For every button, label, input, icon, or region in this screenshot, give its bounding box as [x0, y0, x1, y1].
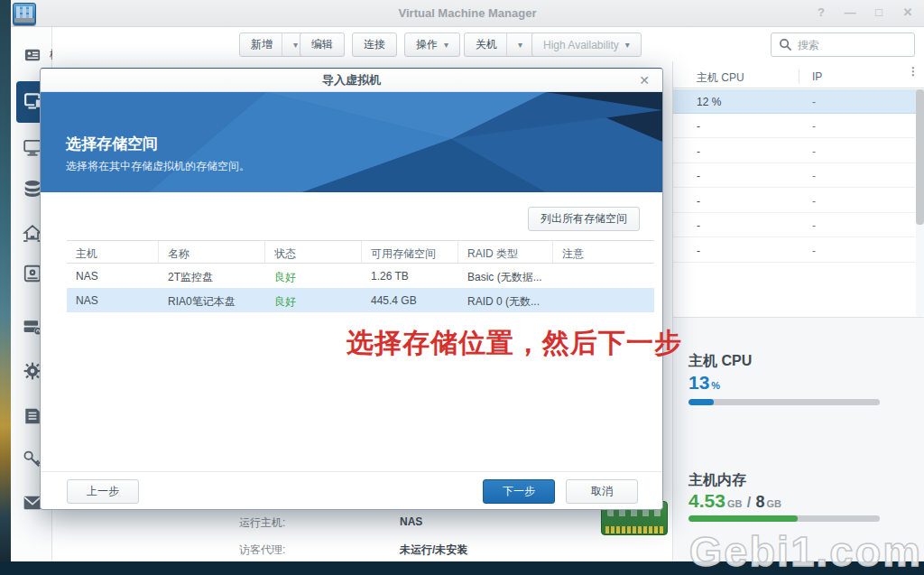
column-divider: [799, 70, 799, 84]
memory-total-number: 8: [756, 493, 765, 511]
action-button[interactable]: 操作 ▾: [404, 32, 460, 57]
host-memory-title: 主机内存: [688, 471, 746, 490]
memory-progress-bar: [688, 515, 880, 522]
vm-ip-cell: -: [812, 245, 816, 257]
cell-free: 445.4 GB: [362, 288, 458, 312]
list-all-storage-button[interactable]: 列出所有存储空间: [528, 207, 640, 231]
banner-heading: 选择存储空间: [66, 134, 158, 154]
watermark: Gebi1.com: [689, 526, 922, 575]
vm-ip-cell: -: [812, 195, 816, 208]
cell-host: NAS: [67, 288, 159, 312]
host-cpu-value: 13%: [688, 372, 720, 394]
add-button-label: 新增: [251, 37, 273, 52]
cell-name: 2T监控盘: [159, 264, 265, 288]
col-raid-type[interactable]: RAID 类型: [458, 241, 553, 263]
cancel-button-label: 取消: [591, 484, 613, 499]
dialog-footer: 上一步 下一步 取消: [41, 471, 662, 509]
cancel-button[interactable]: 取消: [566, 479, 638, 504]
vm-row[interactable]: - -: [673, 114, 915, 138]
vm-cpu-cell: -: [697, 170, 700, 182]
next-button-label: 下一步: [503, 484, 535, 499]
storage-row-ria0-selected[interactable]: NAS RIA0笔记本盘 良好 445.4 GB RAID 0 (无数...: [67, 288, 654, 312]
edit-button[interactable]: 编辑: [300, 32, 345, 57]
window-title: Virtual Machine Manager: [11, 6, 924, 20]
col-note[interactable]: 注意: [553, 241, 654, 263]
running-host-value: NAS: [400, 515, 422, 528]
shutdown-button-label: 关机: [476, 37, 497, 52]
col-free-space[interactable]: 可用存储空间: [362, 241, 458, 263]
scrollbar-thumb[interactable]: [916, 89, 924, 225]
cpu-percent-number: 13: [688, 372, 709, 393]
back-button[interactable]: 上一步: [67, 479, 139, 504]
add-split-divider: [282, 33, 282, 56]
action-caret-icon: ▾: [444, 40, 448, 50]
maximize-button[interactable]: □: [870, 4, 888, 22]
guest-agent-label: 访客代理:: [239, 543, 285, 558]
vm-cpu-cell: -: [697, 245, 700, 257]
col-status[interactable]: 状态: [265, 241, 362, 263]
dialog-banner: 选择存储空间 选择将在其中存储虚拟机的存储空间。: [41, 92, 662, 192]
dialog-close-icon[interactable]: ✕: [635, 71, 653, 89]
column-settings-icon[interactable]: ⋮: [906, 65, 920, 81]
high-availability-label: High Availability: [543, 39, 619, 51]
window-controls: ? — □ ✕: [812, 4, 917, 22]
ram-pins: [605, 526, 663, 533]
back-button-label: 上一步: [87, 484, 119, 499]
storage-table: 主机 名称 状态 可用存储空间 RAID 类型 注意 NAS 2T监控盘 良好 …: [67, 240, 654, 312]
guest-info-panel: 运行主机: NAS 访客代理: 未运行/未安装: [52, 510, 672, 561]
vm-row[interactable]: - -: [673, 189, 915, 213]
cell-free: 1.26 TB: [362, 264, 458, 288]
help-button[interactable]: ?: [812, 4, 830, 22]
vm-table-header-cpu[interactable]: 主机 CPU: [697, 70, 744, 86]
window-titlebar: Virtual Machine Manager ? — □ ✕: [11, 0, 924, 27]
cell-raid: Basic (无数据...: [458, 264, 553, 288]
list-all-storage-label: 列出所有存储空间: [541, 211, 627, 227]
vm-cpu-cell: -: [697, 219, 700, 232]
vm-ip-cell: -: [812, 120, 816, 133]
running-host-label: 运行主机:: [239, 515, 285, 531]
storage-table-header: 主机 名称 状态 可用存储空间 RAID 类型 注意: [67, 240, 654, 264]
search-box[interactable]: [771, 32, 915, 57]
vm-ip-cell: -: [812, 219, 816, 232]
host-memory-value: 4.53GB / 8GB: [688, 490, 781, 512]
shutdown-caret-icon[interactable]: ▾: [513, 40, 527, 50]
guest-agent-value: 未运行/未安装: [400, 543, 467, 558]
cpu-progress-bar: [688, 399, 880, 405]
memory-used-unit: GB: [727, 498, 743, 509]
cell-name: RIA0笔记本盘: [159, 288, 265, 312]
cell-note: [553, 264, 654, 288]
shutdown-button[interactable]: 关机 ▾: [464, 32, 539, 57]
col-host[interactable]: 主机: [67, 241, 159, 263]
next-button[interactable]: 下一步: [483, 479, 555, 504]
vm-row[interactable]: - -: [673, 238, 915, 263]
vm-ip-cell: -: [812, 145, 816, 158]
cell-status: 良好: [265, 264, 362, 288]
host-cpu-title: 主机 CPU: [688, 352, 752, 371]
host-stats-panel: 主机 CPU 13% 主机内存 4.53GB / 8GB: [673, 318, 924, 561]
search-input[interactable]: [798, 39, 897, 51]
vm-ip-cell: -: [812, 170, 816, 182]
vm-table-header-ip[interactable]: IP: [812, 70, 822, 83]
vm-row[interactable]: - -: [673, 163, 915, 188]
vm-row[interactable]: - -: [673, 139, 915, 163]
connect-button[interactable]: 连接: [352, 32, 397, 57]
vm-row[interactable]: - -: [673, 213, 915, 237]
cpu-percent-unit: %: [711, 380, 720, 391]
shutdown-split-divider: [506, 33, 507, 56]
vm-cpu-cell: -: [697, 195, 700, 208]
cell-note: [553, 288, 654, 312]
storage-row-2t[interactable]: NAS 2T监控盘 良好 1.26 TB Basic (无数据...: [67, 264, 654, 288]
minimize-button[interactable]: —: [841, 4, 859, 22]
vm-table-scrollbar[interactable]: [916, 89, 924, 317]
vm-ip-cell: -: [812, 96, 816, 108]
close-window-button[interactable]: ✕: [899, 4, 917, 22]
vm-table-header: 主机 CPU IP: [673, 65, 924, 88]
vm-row-selected[interactable]: 12 % -: [673, 89, 924, 114]
red-annotation-text: 选择存储位置，然后下一步: [346, 325, 682, 362]
import-vm-dialog: 导入虚拟机 ✕ 选择存储空间 选择将在其中存储虚拟机的存储空间。 列出所有存储空…: [40, 68, 663, 510]
screen: Virtual Machine Manager ? — □ ✕ 概述: [0, 0, 924, 575]
high-availability-button[interactable]: High Availability ▾: [531, 32, 642, 57]
toolbar: 新增 ▾ 编辑 连接 操作 ▾ 关机 ▾ High Availability ▾: [52, 27, 924, 61]
overview-icon: [23, 47, 42, 63]
col-name[interactable]: 名称: [159, 241, 265, 263]
